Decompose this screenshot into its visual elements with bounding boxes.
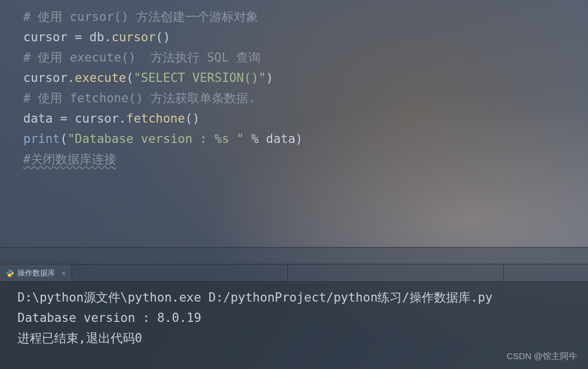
code-line: # 使用 fetchone() 方法获取单条数据. [23,88,565,109]
tab-divider [287,264,288,281]
tab-label: 操作数据库 [17,268,55,278]
console-line: D:\python源文件\python.exe D:/pythonProject… [17,288,571,308]
panel-divider[interactable] [0,247,588,264]
console-output[interactable]: D:\python源文件\python.exe D:/pythonProject… [0,282,588,369]
code-editor[interactable]: # 使用 cursor() 方法创建一个游标对象 cursor = db.cur… [0,0,588,247]
console-line: Database version : 8.0.19 [17,308,571,328]
code-line: cursor = db.cursor() [23,27,565,48]
python-icon [6,269,14,277]
tab-divider [503,264,504,281]
console-gutter [0,282,10,369]
close-icon[interactable]: × [61,268,66,278]
code-line: #关闭数据库连接 [23,149,565,170]
console-tab[interactable]: 操作数据库 × [0,264,72,281]
code-line: # 使用 cursor() 方法创建一个游标对象 [23,7,565,27]
console-line: 进程已结束,退出代码0 [17,328,571,349]
watermark: CSDN @馆主阿牛 [507,351,578,362]
code-line: cursor.execute("SELECT VERSION()") [23,68,565,88]
code-line: print("Database version : %s " % data) [23,129,565,149]
code-line: data = cursor.fetchone() [23,109,565,129]
code-line: # 使用 execute() 方法执行 SQL 查询 [23,48,565,68]
console-tab-bar: 操作数据库 × [0,264,588,282]
